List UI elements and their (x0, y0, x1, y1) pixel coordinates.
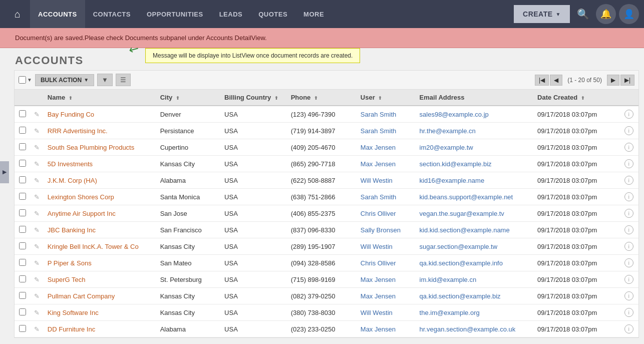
row-checkbox-cell[interactable] (15, 288, 31, 304)
info-icon[interactable]: i (624, 143, 633, 152)
row-info-cell[interactable]: i (619, 172, 638, 189)
row-checkbox-cell[interactable] (15, 238, 31, 255)
row-checkbox[interactable] (19, 193, 26, 200)
row-info-cell[interactable]: i (619, 123, 638, 139)
row-checkbox[interactable] (19, 176, 26, 183)
bulk-action-button[interactable]: BULK ACTION ▼ (35, 74, 94, 86)
row-info-cell[interactable]: i (619, 288, 638, 304)
row-info-cell[interactable]: i (619, 189, 638, 205)
row-checkbox[interactable] (19, 143, 26, 150)
row-checkbox-cell[interactable] (15, 139, 31, 156)
user-link[interactable]: Chris Olliver (361, 259, 396, 267)
row-edit-cell[interactable]: ✎ (31, 189, 44, 205)
account-name-link[interactable]: South Sea Plumbing Products (48, 144, 134, 151)
info-icon[interactable]: i (624, 159, 633, 168)
nav-link-more[interactable]: MORE (295, 0, 332, 28)
account-name-link[interactable]: JBC Banking Inc (48, 226, 96, 234)
user-link[interactable]: Will Westin (361, 243, 393, 250)
account-name-link[interactable]: J.K.M. Corp (HA) (48, 177, 97, 184)
edit-icon[interactable]: ✎ (34, 111, 40, 118)
row-checkbox[interactable] (19, 160, 26, 167)
row-edit-cell[interactable]: ✎ (31, 222, 44, 238)
account-name-link[interactable]: DD Furniture Inc (48, 325, 95, 333)
row-checkbox-cell[interactable] (15, 106, 31, 123)
email-link[interactable]: kid.beans.support@example.net (420, 193, 513, 201)
account-name-link[interactable]: Anytime Air Support Inc (48, 210, 116, 217)
info-icon[interactable]: i (624, 324, 633, 333)
row-edit-cell[interactable]: ✎ (31, 238, 44, 255)
user-link[interactable]: Sarah Smith (361, 111, 397, 118)
user-link[interactable]: Max Jensen (361, 160, 396, 168)
select-all-checkbox-area[interactable]: ▼ (19, 76, 32, 84)
col-header-phone[interactable]: Phone ⬆ (287, 90, 357, 106)
row-info-cell[interactable]: i (619, 139, 638, 156)
home-button[interactable]: ⌂ (5, 0, 30, 28)
email-link[interactable]: section.kid@example.biz (420, 160, 492, 168)
account-name-link[interactable]: Bay Funding Co (48, 111, 94, 118)
row-checkbox-cell[interactable] (15, 123, 31, 139)
create-button[interactable]: CREATE ▼ (514, 5, 570, 23)
account-name-link[interactable]: 5D Investments (48, 160, 93, 168)
nav-link-quotes[interactable]: QUOTES (250, 0, 295, 28)
info-icon[interactable]: i (624, 192, 633, 201)
user-profile-button[interactable]: 👤 (619, 4, 639, 24)
row-edit-cell[interactable]: ✎ (31, 304, 44, 321)
edit-icon[interactable]: ✎ (34, 226, 40, 234)
email-link[interactable]: kid16@example.name (420, 177, 485, 184)
edit-icon[interactable]: ✎ (34, 243, 40, 250)
nav-link-accounts[interactable]: ACCOUNTS (30, 0, 85, 28)
edit-icon[interactable]: ✎ (34, 276, 40, 283)
user-link[interactable]: Sally Bronsen (361, 226, 401, 234)
email-link[interactable]: kid.kid.section@example.name (420, 226, 510, 234)
row-edit-cell[interactable]: ✎ (31, 172, 44, 189)
row-info-cell[interactable]: i (619, 321, 638, 337)
user-link[interactable]: Sarah Smith (361, 127, 397, 135)
user-link[interactable]: Max Jensen (361, 144, 396, 151)
edit-icon[interactable]: ✎ (34, 210, 40, 217)
nav-link-contacts[interactable]: CONTACTS (85, 0, 139, 28)
info-icon[interactable]: i (624, 225, 633, 234)
row-checkbox-cell[interactable] (15, 205, 31, 222)
row-checkbox[interactable] (19, 110, 26, 117)
row-edit-cell[interactable]: ✎ (31, 255, 44, 271)
filter-button[interactable]: ▼ (97, 74, 113, 86)
account-name-link[interactable]: Pullman Cart Company (48, 292, 115, 300)
search-button[interactable]: 🔍 (573, 4, 593, 24)
user-link[interactable]: Max Jensen (361, 292, 396, 300)
account-name-link[interactable]: P Piper & Sons (48, 259, 92, 267)
row-info-cell[interactable]: i (619, 205, 638, 222)
row-info-cell[interactable]: i (619, 156, 638, 172)
row-info-cell[interactable]: i (619, 255, 638, 271)
row-info-cell[interactable]: i (619, 238, 638, 255)
row-checkbox[interactable] (19, 292, 26, 299)
edit-icon[interactable]: ✎ (34, 193, 40, 201)
select-all-checkbox[interactable] (19, 76, 26, 84)
row-checkbox-cell[interactable] (15, 271, 31, 288)
email-link[interactable]: im20@example.tw (420, 144, 473, 151)
email-link[interactable]: sugar.section@example.tw (420, 243, 498, 250)
col-header-country[interactable]: Billing Country ⬆ (220, 90, 287, 106)
col-header-user[interactable]: User ⬆ (357, 90, 416, 106)
user-link[interactable]: Sarah Smith (361, 193, 397, 201)
edit-icon[interactable]: ✎ (34, 309, 40, 316)
row-edit-cell[interactable]: ✎ (31, 271, 44, 288)
next-page-button[interactable]: ▶ (607, 75, 619, 86)
email-link[interactable]: hr.vegan.section@example.co.uk (420, 325, 516, 333)
email-link[interactable]: hr.the@example.cn (420, 127, 476, 135)
edit-icon[interactable]: ✎ (34, 144, 40, 151)
info-icon[interactable]: i (624, 126, 633, 135)
select-dropdown-arrow[interactable]: ▼ (27, 77, 32, 83)
row-info-cell[interactable]: i (619, 304, 638, 321)
user-link[interactable]: Max Jensen (361, 276, 396, 283)
row-edit-cell[interactable]: ✎ (31, 106, 44, 123)
row-edit-cell[interactable]: ✎ (31, 139, 44, 156)
row-checkbox-cell[interactable] (15, 321, 31, 337)
row-checkbox[interactable] (19, 325, 26, 332)
email-link[interactable]: the.im@example.org (420, 309, 480, 316)
account-name-link[interactable]: Kringle Bell IncK.A. Tower & Co (48, 243, 139, 250)
nav-link-leads[interactable]: LEADS (211, 0, 251, 28)
row-checkbox[interactable] (19, 259, 26, 266)
account-name-link[interactable]: Lexington Shores Corp (48, 193, 114, 201)
nav-link-opportunities[interactable]: OPPORTUNITIES (139, 0, 211, 28)
row-edit-cell[interactable]: ✎ (31, 321, 44, 337)
